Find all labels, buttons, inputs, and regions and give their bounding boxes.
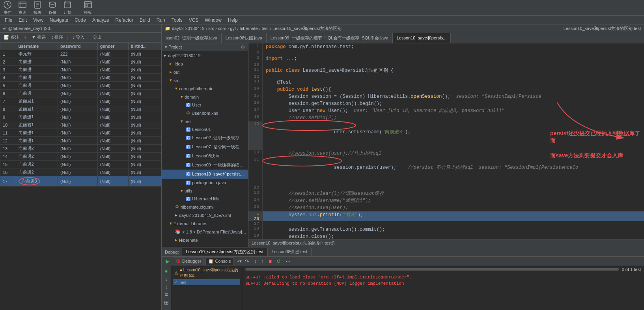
tree-item-Hibernate[interactable]: ▸Hibernate — [162, 236, 248, 244]
toolbar-item-template[interactable]: 模板 — [78, 0, 98, 15]
bottom-tab-other[interactable]: Lesson08快照.test — [268, 248, 312, 256]
toolbar-filter-btn[interactable]: ▼ 筛选 — [30, 34, 47, 41]
bottom-icon-3[interactable]: ↕ — [165, 284, 168, 290]
col-password[interactable]: password — [58, 43, 98, 50]
run-item-1[interactable]: ✓ test — [173, 279, 240, 285]
bottom-icon-4[interactable]: ≡ — [164, 291, 168, 298]
menu-analyze[interactable]: Analyze — [89, 17, 112, 24]
col-gender[interactable]: gender — [97, 43, 128, 50]
debug-step-into[interactable]: ↓ — [252, 258, 258, 265]
table-cell-4-1: 向前进 — [16, 82, 58, 90]
tree-item-src[interactable]: ▾src — [162, 76, 248, 84]
debugger-tab[interactable]: 🐞 Debugger — [173, 258, 204, 265]
toolbar-sort-btn[interactable]: ↕ 排序 — [50, 34, 65, 41]
run-item-0[interactable]: ⚠ ● Lesson10_save和persist方法的区别 (co... — [173, 267, 240, 279]
debug-step-out[interactable]: ↑ — [260, 258, 266, 265]
left-panel-header: er @hibernate_day1 (20... — [0, 24, 161, 33]
table-cell-12-2: (Null) — [58, 145, 98, 153]
menu-navigate[interactable]: Navigate — [47, 17, 71, 24]
bottom-icon-5[interactable]: ⊞ — [164, 299, 169, 306]
table-cell-9-4: (Null) — [128, 121, 161, 129]
file-tab-2[interactable]: Lesson09_一级缓存的细节_HQL会有一级缓存_SQL不会.java — [267, 33, 393, 43]
bottom-icon-1[interactable]: ● — [164, 268, 168, 274]
tree-container: ▸day02-20180419▸.idea▸out▾src▾com.gyf.hi… — [162, 51, 248, 247]
menu-refactor[interactable]: Refactor — [112, 17, 136, 24]
tree-settings-icon[interactable]: ⚙ — [241, 45, 245, 50]
code-line-24: 24 //user.setUsername("孟丽君1"); — [248, 197, 644, 204]
tree-item-com.gyf.hibernate[interactable]: ▾com.gyf.hibernate — [162, 84, 248, 93]
menu-view[interactable]: View — [30, 17, 47, 24]
tree-item-test[interactable]: ▾test — [162, 117, 248, 125]
debug-more-btn[interactable]: ⋯ — [284, 258, 292, 265]
tree-item-.idea[interactable]: ▸.idea — [162, 60, 248, 68]
tree-item-out[interactable]: ▸out — [162, 68, 248, 76]
tree-item-User[interactable]: CUser — [162, 101, 248, 109]
menu-run[interactable]: Run — [153, 17, 168, 24]
tree-item-Lesson09_一级缓存的细节_HQL[interactable]: CLesson09_一级缓存的细节_HQL会有一级缓存_S... — [162, 161, 248, 170]
menu-file[interactable]: File — [2, 17, 15, 24]
tree-item-hibernate.cfg.xml[interactable]: ⚙hibernate.cfg.xml — [162, 203, 248, 211]
tree-item-<1.8>D:\ProgramFiles[interactable]: 📚< 1.8 > D:\Program Files\Java\jdk1.8.0_… — [162, 228, 248, 236]
tree-item-JUnit4[interactable]: ▸JUnit4 — [162, 244, 248, 247]
debug-step-over[interactable]: ↷ — [243, 258, 251, 265]
tree-item-Lesson07_是否同一线程[interactable]: CLesson07_是否同一线程 — [162, 142, 248, 151]
right-panel: 📁 day02-20180419 › src › com › gyf › hib… — [162, 24, 644, 310]
console-content: SLF4J: Failed to load class "org.slf4j.i… — [242, 273, 644, 288]
file-tab-0[interactable]: sson02_证明一级缓存.java — [162, 33, 222, 43]
tree-item-day02-20180419[interactable]: ▸day02-20180419 — [162, 51, 248, 60]
file-tab-1[interactable]: Lesson08快照.java — [222, 33, 267, 43]
menu-tools[interactable]: Tools — [168, 17, 186, 24]
col-username[interactable]: username — [16, 43, 58, 50]
table-cell-9-3: (Null) — [97, 121, 128, 129]
debug-rerun-btn[interactable]: ↺ — [275, 258, 282, 265]
file-tab-3[interactable]: Lesson10_save和persis... — [393, 33, 451, 43]
table-cell-15-4: (Null) — [128, 168, 161, 176]
tree-item-package-info.java[interactable]: Cpackage-info.java — [162, 179, 248, 187]
menu-vcs[interactable]: VCS — [186, 17, 202, 24]
toolbar-notes-btn[interactable]: 📝 备注 — [2, 34, 21, 41]
menu-build[interactable]: Build — [136, 17, 153, 24]
toolbar-item-plan[interactable]: 计划 — [63, 0, 72, 15]
debug-resume-btn[interactable]: ▶ — [164, 258, 171, 265]
table-cell-11-0: 12 — [0, 137, 16, 145]
tree-item-Lesson01[interactable]: CLesson01 — [162, 125, 248, 133]
table-cell-1-3: (Null) — [97, 58, 128, 66]
table-cell-10-4: (Null) — [128, 129, 161, 137]
tree-item-Lesson10_save和persis[interactable]: CLesson10_save和persist方法的区别 — [162, 170, 248, 179]
tree-item-Lesson08快照[interactable]: CLesson08快照 — [162, 151, 248, 161]
toolbar-item-query[interactable]: 查询 — [18, 0, 27, 15]
table-cell-15-3: (Null) — [97, 168, 128, 176]
table-cell-10-0: 11 — [0, 129, 16, 137]
tree-item-ExternalLibraries[interactable]: ▾External Libraries — [162, 219, 248, 228]
tree-item-domain[interactable]: ▾domain — [162, 93, 248, 101]
console-tab[interactable]: 📋 Console — [205, 258, 233, 265]
bottom-tab-debug[interactable]: Lesson10_save和persist方法的区别.test — [182, 248, 267, 256]
debug-stop-btn[interactable]: ■ — [267, 258, 273, 265]
toolbar-item-report[interactable]: 报表 — [33, 0, 42, 15]
col-birthd[interactable]: birthd... — [128, 43, 161, 50]
table-cell-11-4: (Null) — [128, 137, 161, 145]
tree-item-User.hbm.xml[interactable]: ⚙User.hbm.xml — [162, 109, 248, 117]
table-cell-3-3: (Null) — [97, 74, 128, 82]
toolbar-export-btn[interactable]: ↑ 导出 — [88, 34, 104, 41]
menu-window[interactable]: Window — [202, 17, 225, 24]
tree-item-utils[interactable]: ▾utils — [162, 187, 248, 195]
table-cell-1-0: 2 — [0, 58, 16, 66]
tree-item-Lesson02_证明一级缓存[interactable]: CLesson02_证明一级缓存 — [162, 133, 248, 142]
debug-label: Debug: — [162, 249, 182, 255]
bottom-icon-2[interactable]: ↓ — [165, 276, 168, 282]
toolbar-item-backup[interactable]: 备份 — [48, 0, 57, 15]
toolbar-item-events[interactable]: 事件 — [3, 0, 12, 15]
tree-item-HibernateUtils[interactable]: CHibernateUtils — [162, 195, 248, 203]
menu-code[interactable]: Code — [71, 17, 89, 24]
table-cell-9-1: 孟丽君1 — [16, 121, 58, 129]
tree-item-day02-20180419_IDEA.[interactable]: ▸day02-20180419_IDEA.iml — [162, 211, 248, 219]
menu-edit[interactable]: Edit — [15, 17, 30, 24]
table-cell-15-0: 16 — [0, 168, 16, 176]
toolbar-import-btn[interactable]: ↓ 导入 — [71, 34, 86, 41]
table-cell-13-2: (Null) — [58, 153, 98, 161]
table-cell-12-4: (Null) — [128, 145, 161, 153]
svg-rect-3 — [19, 2, 26, 7]
code-editor[interactable]: 1 package com.gyf.hibernate.test; 2 3 im… — [248, 43, 644, 239]
menu-help[interactable]: Help — [225, 17, 241, 24]
